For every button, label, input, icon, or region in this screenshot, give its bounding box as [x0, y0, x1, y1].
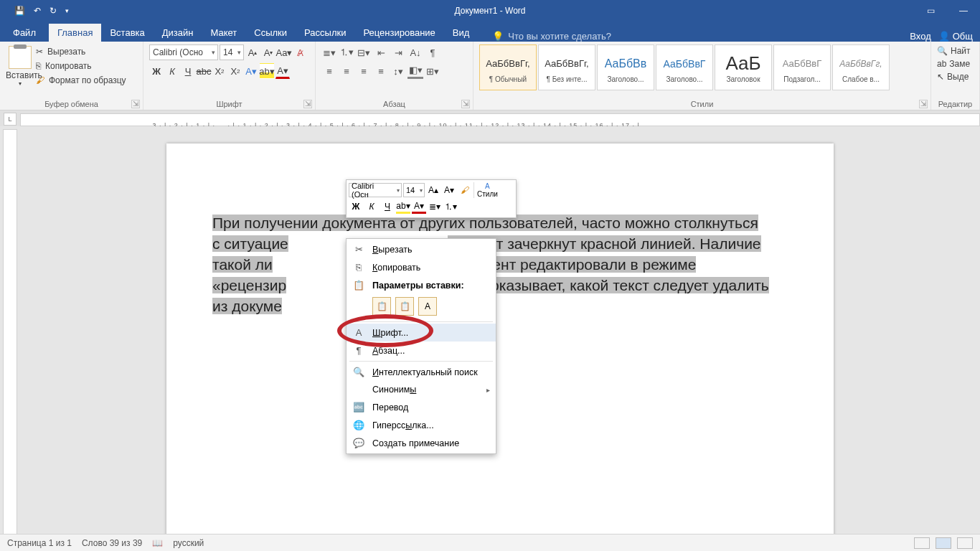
numbering-icon[interactable]: ⒈▾: [339, 44, 354, 60]
web-layout-icon[interactable]: [957, 537, 973, 549]
status-words[interactable]: Слово 39 из 39: [82, 538, 142, 548]
multilevel-icon[interactable]: ⊟▾: [356, 44, 372, 60]
underline-button[interactable]: Ч: [181, 63, 195, 79]
text-effects-icon[interactable]: A▾: [244, 63, 258, 79]
style-item[interactable]: АаБбВвГг,¶ Без инте...: [538, 44, 595, 90]
ctx-hyperlink[interactable]: 🌐Гиперссылка...: [347, 416, 496, 434]
paste-text-only-icon[interactable]: A: [418, 297, 437, 316]
share[interactable]: 👤Общ: [938, 31, 973, 42]
signin[interactable]: Вход: [910, 31, 930, 42]
grow-font-icon[interactable]: A▴: [245, 44, 260, 60]
mini-format-painter-icon[interactable]: 🖌: [458, 183, 472, 197]
mini-grow-icon[interactable]: A▴: [426, 183, 440, 197]
qat-more-icon[interactable]: ▾: [65, 7, 69, 14]
font-size-combo[interactable]: 14: [220, 44, 244, 60]
mini-bullets-icon[interactable]: ≣▾: [428, 199, 442, 214]
style-item[interactable]: АаБбВвГг,¶ Обычный: [479, 44, 537, 90]
find-button[interactable]: 🔍Найт: [937, 44, 974, 57]
subscript-button[interactable]: X2: [212, 63, 227, 79]
change-case-icon[interactable]: Aa▾: [277, 44, 291, 60]
justify-icon[interactable]: ≡: [373, 63, 389, 79]
font-color-icon[interactable]: A▾: [275, 63, 290, 79]
read-mode-icon[interactable]: [914, 537, 930, 549]
mini-shrink-icon[interactable]: A▾: [442, 183, 456, 197]
superscript-button[interactable]: X2: [228, 63, 242, 79]
shading-icon[interactable]: ◧▾: [407, 63, 423, 79]
show-marks-icon[interactable]: ¶: [425, 44, 440, 60]
ctx-paragraph[interactable]: ¶Абзац...: [347, 342, 496, 359]
ctx-smart-lookup[interactable]: 🔍Интеллектуальный поиск: [347, 363, 496, 381]
tab-insert[interactable]: Вставка: [101, 24, 153, 42]
font-dialog-launcher[interactable]: ⇲: [303, 100, 312, 108]
ctx-cut[interactable]: ✂Вырезать: [347, 240, 496, 258]
bullets-icon[interactable]: ≣▾: [321, 44, 337, 60]
mini-highlight-icon[interactable]: ab▾: [396, 199, 410, 214]
ctx-comment[interactable]: 💬Создать примечание: [347, 434, 496, 452]
paragraph-dialog-launcher[interactable]: ⇲: [461, 100, 470, 108]
format-painter-button[interactable]: 🖌Формат по образцу: [34, 75, 128, 86]
paste-button[interactable]: Вставить ▾: [6, 44, 34, 87]
copy-button[interactable]: ⎘Копировать: [34, 60, 128, 72]
ctx-synonyms[interactable]: Синонимы▸: [347, 381, 496, 398]
line-spacing-icon[interactable]: ↕▾: [390, 63, 406, 79]
minimize-icon[interactable]: —: [947, 0, 980, 22]
style-item[interactable]: АаБбВвГПодзагол...: [773, 44, 831, 90]
document-text[interactable]: При получении документа от других пользо…: [212, 212, 788, 316]
print-layout-icon[interactable]: [936, 537, 951, 549]
tab-mailings[interactable]: Рассылки: [296, 24, 354, 42]
ctx-font[interactable]: AШрифт...: [347, 324, 496, 342]
mini-styles-button[interactable]: AСтили: [473, 182, 498, 198]
paste-merge-icon[interactable]: 📋: [395, 297, 414, 316]
mini-underline-button[interactable]: Ч: [380, 199, 395, 214]
decrease-indent-icon[interactable]: ⇤: [373, 44, 389, 60]
tab-review[interactable]: Рецензирование: [354, 24, 443, 42]
ribbon-options-icon[interactable]: ▭: [914, 0, 947, 22]
mini-italic-button[interactable]: К: [364, 199, 379, 214]
ctx-translate[interactable]: 🔤Перевод: [347, 398, 496, 416]
mini-font-combo[interactable]: Calibri (Осн: [349, 183, 402, 197]
italic-button[interactable]: К: [165, 63, 179, 79]
redo-icon[interactable]: ↻: [50, 6, 57, 16]
strikethrough-button[interactable]: abc: [197, 63, 211, 79]
tab-file[interactable]: Файл: [0, 24, 49, 42]
align-right-icon[interactable]: ≡: [356, 63, 372, 79]
vertical-ruler[interactable]: [3, 129, 17, 535]
mini-size-combo[interactable]: 14: [403, 183, 425, 197]
increase-indent-icon[interactable]: ⇥: [390, 44, 406, 60]
styles-dialog-launcher[interactable]: ⇲: [919, 100, 928, 108]
shrink-font-icon[interactable]: A▾: [261, 44, 275, 60]
mini-font-color-icon[interactable]: A▾: [412, 199, 426, 214]
sort-icon[interactable]: A↓: [407, 44, 423, 60]
tab-design[interactable]: Дизайн: [154, 24, 202, 42]
align-center-icon[interactable]: ≡: [339, 63, 354, 79]
styles-gallery[interactable]: АаБбВвГг,¶ ОбычныйАаБбВвГг,¶ Без инте...…: [479, 44, 925, 90]
clipboard-dialog-launcher[interactable]: ⇲: [131, 100, 140, 108]
tab-layout[interactable]: Макет: [202, 24, 245, 42]
clear-format-icon[interactable]: A̷: [293, 44, 307, 60]
undo-icon[interactable]: ↶: [34, 6, 41, 16]
tab-home[interactable]: Главная: [49, 24, 101, 42]
status-language[interactable]: русский: [173, 538, 204, 548]
style-item[interactable]: АаБЗаголовок: [715, 44, 772, 90]
tell-me[interactable]: 💡 Что вы хотите сделать?: [478, 31, 611, 42]
mini-bold-button[interactable]: Ж: [349, 199, 363, 214]
bold-button[interactable]: Ж: [149, 63, 164, 79]
tab-view[interactable]: Вид: [444, 24, 479, 42]
tab-selector[interactable]: L: [4, 113, 17, 126]
style-item[interactable]: АаБбВвГЗаголово...: [656, 44, 713, 90]
status-spellcheck-icon[interactable]: 📖: [152, 538, 163, 548]
borders-icon[interactable]: ⊞▾: [425, 63, 440, 79]
mini-numbering-icon[interactable]: ⒈▾: [443, 199, 458, 214]
ctx-copy[interactable]: ⎘Копировать: [347, 258, 496, 276]
save-icon[interactable]: 💾: [14, 6, 25, 16]
status-page[interactable]: Страница 1 из 1: [7, 538, 72, 548]
paste-keep-source-icon[interactable]: 📋: [372, 297, 391, 316]
font-name-combo[interactable]: Calibri (Осно: [149, 44, 218, 60]
tab-references[interactable]: Ссылки: [245, 24, 296, 42]
replace-button[interactable]: abЗаме: [937, 57, 974, 70]
cut-button[interactable]: ✂Вырезать: [34, 46, 128, 57]
style-item[interactable]: АаБбВвГг,Слабое в...: [832, 44, 890, 90]
select-button[interactable]: ↖Выде: [937, 70, 974, 83]
horizontal-ruler[interactable]: 3 · | · 2 · | · 1 · | · · | · 1 · | · 2 …: [20, 113, 980, 126]
align-left-icon[interactable]: ≡: [321, 63, 337, 79]
